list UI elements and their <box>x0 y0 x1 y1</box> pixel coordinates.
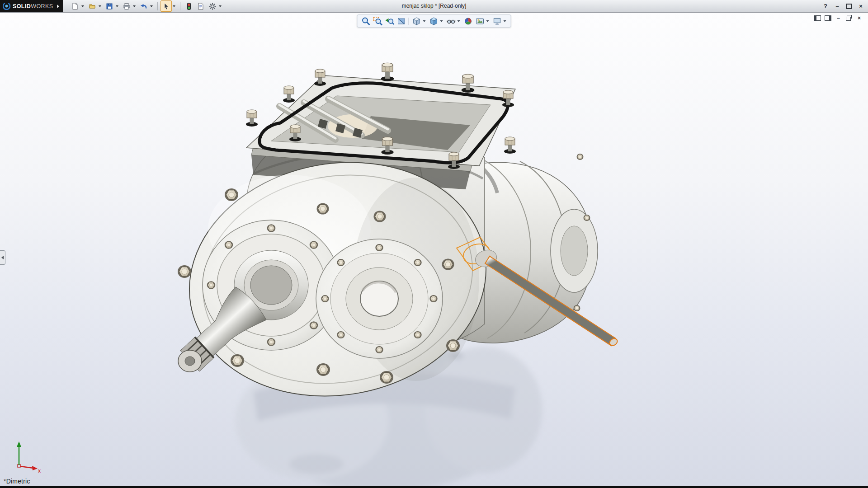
toolbar-separator <box>157 2 158 10</box>
rebuild-stoplight-icon <box>185 2 193 10</box>
save-dropdown-arrow[interactable] <box>116 5 118 7</box>
hex-bolt[interactable] <box>178 265 191 278</box>
undo-button[interactable] <box>138 0 149 12</box>
rebuild-button[interactable] <box>183 0 194 12</box>
zoom-to-fit-button[interactable] <box>360 15 372 27</box>
pane-left-icon <box>814 15 821 21</box>
model-canvas[interactable] <box>0 12 868 486</box>
display-style-button[interactable] <box>428 15 439 27</box>
orientation-triad: x <box>5 438 43 476</box>
print-icon <box>123 2 131 10</box>
doc-restore-button[interactable] <box>844 14 853 22</box>
hex-bolt[interactable] <box>448 152 460 169</box>
triad-y-arrowhead <box>17 441 21 447</box>
document-title: menjac sklop * [Read-only] <box>402 0 467 12</box>
solidworks-logo: SOLIDWORKS <box>0 0 63 12</box>
zoom-to-area-button[interactable] <box>372 15 383 27</box>
toolbar-separator <box>180 2 180 10</box>
triad-x-axis <box>20 466 33 468</box>
titlebar: SOLIDWORKS <box>0 0 868 13</box>
maximize-icon <box>846 4 852 9</box>
hex-bolt[interactable] <box>314 69 326 86</box>
pane-right-button[interactable] <box>824 14 832 22</box>
edit-appearance-button[interactable] <box>462 15 474 27</box>
apply-scene-icon <box>475 16 485 26</box>
hex-bolt[interactable] <box>246 110 258 127</box>
open-folder-icon <box>88 2 96 10</box>
right-bearing-flange[interactable] <box>316 239 443 358</box>
hide-show-glasses-icon <box>446 16 456 26</box>
hex-bolt[interactable] <box>380 371 393 384</box>
select-tool-button[interactable] <box>160 0 172 12</box>
hex-bolt[interactable] <box>446 339 460 352</box>
hex-bolt[interactable] <box>231 354 244 367</box>
doc-restore-icon <box>846 17 851 21</box>
hex-bolt[interactable] <box>442 258 454 270</box>
minimize-button[interactable]: – <box>832 2 843 11</box>
section-view-icon <box>396 16 406 26</box>
display-style-dropdown-arrow[interactable] <box>440 20 443 22</box>
new-document-dropdown-arrow[interactable] <box>81 5 84 7</box>
zoom-to-fit-icon <box>361 16 371 26</box>
print-button[interactable] <box>121 0 132 12</box>
previous-view-icon <box>384 16 394 26</box>
view-settings-button[interactable] <box>491 15 503 27</box>
apply-scene-dropdown-arrow[interactable] <box>486 20 489 22</box>
doc-close-button[interactable]: × <box>855 14 863 22</box>
undo-icon <box>140 2 148 10</box>
help-button[interactable]: ? <box>820 2 831 11</box>
open-button[interactable] <box>86 0 98 12</box>
graphics-area[interactable]: – × x *Dimetric <box>0 12 868 486</box>
open-dropdown-arrow[interactable] <box>99 5 101 7</box>
apply-scene-button[interactable] <box>474 15 486 27</box>
hex-bolt[interactable] <box>504 137 516 154</box>
window-bottom-edge <box>0 486 868 488</box>
doc-minimize-button[interactable]: – <box>834 14 843 22</box>
previous-view-button[interactable] <box>384 15 395 27</box>
zoom-to-area-icon <box>373 16 382 26</box>
file-properties-icon <box>197 2 205 10</box>
hex-bolt[interactable] <box>317 203 329 214</box>
main-toolbar <box>69 0 223 12</box>
feature-manager-collapsed-tab[interactable] <box>0 250 5 265</box>
view-orientation-button[interactable] <box>411 15 422 27</box>
select-dropdown-arrow[interactable] <box>173 5 175 7</box>
dassault-3ds-logo-icon <box>3 2 10 10</box>
hide-show-items-button[interactable] <box>445 15 457 27</box>
options-dropdown-arrow[interactable] <box>219 5 222 7</box>
new-document-button[interactable] <box>69 0 80 12</box>
heads-up-view-toolbar <box>357 14 511 28</box>
hex-bolt[interactable] <box>283 86 295 103</box>
view-orientation-dropdown-arrow[interactable] <box>423 20 426 22</box>
options-button[interactable] <box>207 0 218 12</box>
menu-expand-arrow[interactable] <box>57 5 59 8</box>
hide-show-dropdown-arrow[interactable] <box>458 20 460 22</box>
document-window-controls: – × <box>813 14 863 22</box>
hex-bolt[interactable] <box>374 211 386 222</box>
window-controls: ? – × <box>820 0 866 12</box>
view-settings-dropdown-arrow[interactable] <box>504 20 506 22</box>
undo-dropdown-arrow[interactable] <box>150 5 153 7</box>
triad-x-label: x <box>38 468 41 474</box>
view-orientation-label: *Dimetric <box>4 478 30 485</box>
hex-bolt[interactable] <box>316 363 330 376</box>
maximize-button[interactable] <box>844 2 854 11</box>
print-dropdown-arrow[interactable] <box>133 5 136 7</box>
file-properties-button[interactable] <box>195 0 206 12</box>
new-document-icon <box>71 2 79 10</box>
brand-text: SOLIDWORKS <box>13 3 53 9</box>
pane-right-icon <box>825 15 831 21</box>
hex-bolt[interactable] <box>502 90 514 107</box>
section-view-button[interactable] <box>396 15 407 27</box>
edit-appearance-ball-icon <box>463 16 473 26</box>
hex-bolt[interactable] <box>462 74 475 93</box>
pane-left-button[interactable] <box>813 14 822 22</box>
close-button[interactable]: × <box>855 2 866 11</box>
save-button[interactable] <box>104 0 115 12</box>
hex-bolt[interactable] <box>289 125 301 141</box>
save-floppy-icon <box>105 2 113 10</box>
hex-bolt[interactable] <box>225 188 238 201</box>
toolbar-separator <box>409 18 409 25</box>
hex-bolt[interactable] <box>381 63 394 81</box>
view-orientation-cube-icon <box>411 16 421 26</box>
